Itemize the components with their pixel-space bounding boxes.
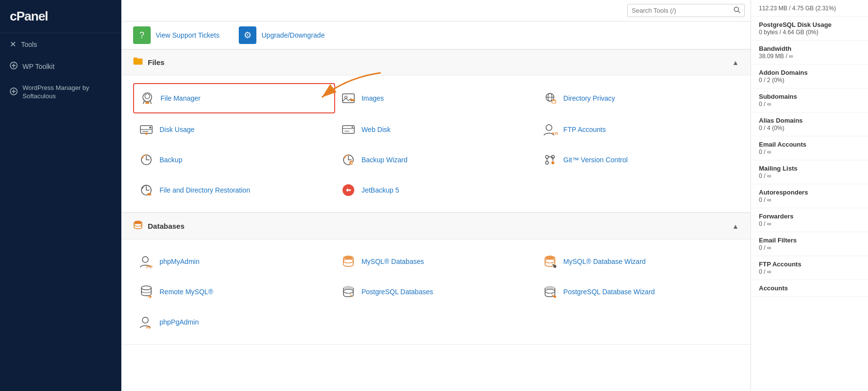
sidebar: cPanel ✕ Tools WP Toolkit WordPress Mana… [0,0,121,391]
rp-postgresql-disk: PostgreSQL Disk Usage 0 bytes / 4.64 GB … [751,17,868,41]
disk-usage-link[interactable]: Disk Usage [160,126,195,133]
databases-section-header: Databases ▲ [121,213,751,239]
search-input[interactable] [632,7,733,14]
git-version-control-link[interactable]: Git™ Version Control [563,156,628,164]
rp-autoresponders: Autoresponders 0 / ∞ [751,184,868,208]
rp-forwarders-value: 0 / ∞ [759,220,860,227]
svg-point-16 [145,132,147,134]
mysql-database-wizard-icon [542,253,558,270]
cpanel-logo: cPanel [0,0,121,33]
postgresql-database-wizard-link[interactable]: PostgreSQL Database Wizard [563,288,655,296]
file-directory-restoration-item[interactable]: File and Directory Restoration [133,176,335,204]
postgresql-databases-item[interactable]: PostgreSQL Databases [335,278,537,306]
svg-text:FTP: FTP [552,131,558,136]
remote-mysql-item[interactable]: Remote MySQL® [133,278,335,306]
mysql-database-wizard-link[interactable]: MySQL® Database Wizard [563,258,645,265]
databases-section: Databases ▲ php phpMyAdmin [121,213,751,345]
mysql-databases-link[interactable]: MySQL® Databases [362,258,424,265]
rp-addon-domains-label: Addon Domains [759,69,860,76]
mysql-database-wizard-item[interactable]: MySQL® Database Wizard [537,247,739,276]
svg-point-20 [546,125,552,130]
rp-alias-domains: Alias Domains 0 / 4 (0%) [751,112,868,136]
rp-ftp-accounts-panel-value: 0 / ∞ [759,268,860,275]
remote-mysql-link[interactable]: Remote MySQL® [160,288,213,296]
file-directory-restoration-link[interactable]: File and Directory Restoration [160,186,250,194]
images-link[interactable]: Images [362,94,384,102]
svg-text:php: php [146,264,153,268]
rp-addon-domains: Addon Domains 0 / 2 (0%) [751,65,868,88]
phppgadmin-item[interactable]: pg phpPgAdmin [133,308,335,336]
rp-ftp-accounts-panel: FTP Accounts 0 / ∞ [751,256,868,280]
mysql-databases-item[interactable]: MySQL® Databases [335,247,537,276]
file-manager-link[interactable]: File Manager [160,94,201,102]
sidebar-item-tools[interactable]: ✕ Tools [0,33,121,55]
rp-disk-usage-top: 112.23 MB / 4.75 GB (2.31%) [751,0,868,17]
file-manager-icon [139,90,156,107]
file-directory-restoration-icon [138,182,155,198]
postgresql-database-wizard-icon [542,283,558,300]
ftp-accounts-link[interactable]: FTP Accounts [563,126,606,133]
jetbackup5-item[interactable]: JetBackup 5 [335,176,537,204]
backup-wizard-link[interactable]: Backup Wizard [362,156,408,164]
files-section-label: Files [148,58,164,66]
rp-autoresponders-label: Autoresponders [759,189,860,196]
sidebar-item-label-wp-toolkit: WP Toolkit [23,63,55,70]
database-icon [133,220,143,232]
sidebar-item-label-wordpress-manager: WordPress Manager by Softaculous [23,84,112,101]
postgresql-databases-link[interactable]: PostgreSQL Databases [362,288,434,296]
rp-ftp-accounts-panel-label: FTP Accounts [759,261,860,268]
files-collapse-button[interactable]: ▲ [732,59,739,66]
svg-point-29 [546,161,548,164]
directory-privacy-item[interactable]: Directory Privacy [537,83,739,113]
upgrade-item[interactable]: ⚙ Upgrade/Downgrade [239,26,324,44]
web-disk-link[interactable]: Web Disk [362,126,391,133]
databases-grid: php phpMyAdmin MySQL® Databases [121,239,751,344]
search-box[interactable] [627,4,745,17]
rp-subdomains: Subdomains 0 / ∞ [751,88,868,112]
directory-privacy-link[interactable]: Directory Privacy [563,94,615,102]
postgresql-database-wizard-item[interactable]: PostgreSQL Database Wizard [537,278,739,306]
jetbackup5-link[interactable]: JetBackup 5 [362,186,399,194]
files-grid-wrapper: File Manager Images [121,75,751,212]
svg-point-5 [145,94,150,99]
svg-text:pg: pg [146,325,151,329]
view-support-link[interactable]: View Support Tickets [156,31,219,39]
sidebar-item-wordpress-manager[interactable]: WordPress Manager by Softaculous [0,78,121,107]
phppgadmin-link[interactable]: phpPgAdmin [160,318,199,326]
rp-bandwidth: Bandwidth 38.09 MB / ∞ [751,41,868,65]
phpmyadmin-item[interactable]: php phpMyAdmin [133,247,335,276]
web-disk-item[interactable]: Web Disk [335,115,537,144]
phpmyadmin-icon: php [138,253,155,270]
files-grid: File Manager Images [121,75,751,212]
svg-point-46 [141,286,151,290]
rp-accounts: Accounts [751,280,868,297]
disk-usage-item[interactable]: Disk Usage [133,115,335,144]
ftp-accounts-item[interactable]: FTP FTP Accounts [537,115,739,144]
images-icon [340,90,357,107]
databases-section-title: Databases [133,220,184,232]
phpmyadmin-link[interactable]: phpMyAdmin [160,258,200,265]
svg-point-4 [143,93,152,102]
rp-email-filters: Email Filters 0 / ∞ [751,232,868,256]
svg-rect-19 [344,130,349,132]
rp-alias-domains-label: Alias Domains [759,117,860,124]
svg-line-3 [738,11,740,13]
sidebar-item-wp-toolkit[interactable]: WP Toolkit [0,55,121,78]
svg-point-15 [149,127,151,129]
svg-point-48 [343,289,353,293]
databases-collapse-button[interactable]: ▲ [732,222,739,230]
git-version-control-item[interactable]: Git™ Version Control [537,146,739,174]
disk-usage-icon [138,121,155,138]
backup-wizard-item[interactable]: W Backup Wizard [335,146,537,174]
backup-item[interactable]: Backup [133,146,335,174]
view-support-item[interactable]: ? View Support Tickets [133,26,219,44]
images-item[interactable]: Images [335,83,537,113]
upgrade-link[interactable]: Upgrade/Downgrade [261,31,324,39]
rp-mailing-lists-label: Mailing Lists [759,165,860,172]
backup-link[interactable]: Backup [160,156,183,164]
topbar [121,0,751,22]
wordpress-manager-icon [10,87,18,97]
databases-section-label: Databases [148,222,184,230]
files-section: Files ▲ [121,49,751,213]
file-manager-item[interactable]: File Manager [133,83,335,113]
